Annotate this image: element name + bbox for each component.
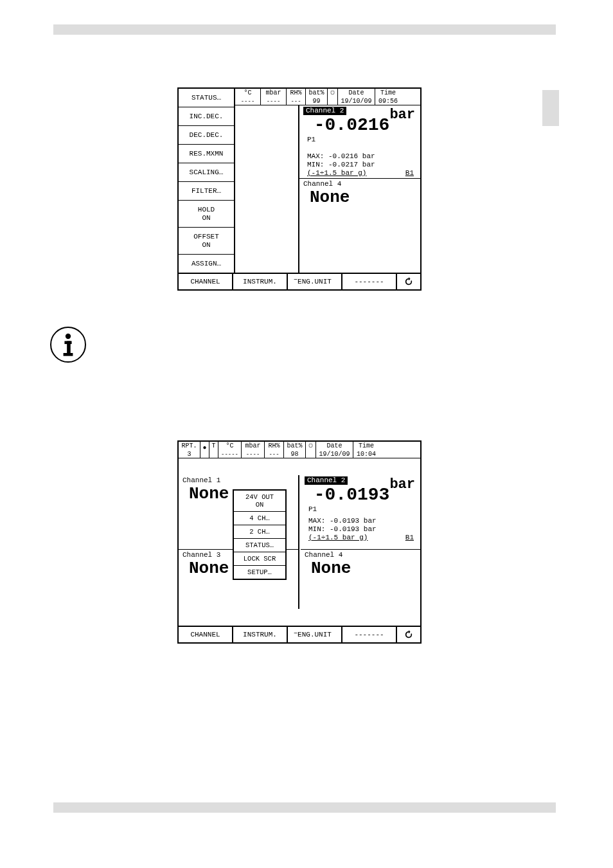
scaling-button[interactable]: SCALING…	[179, 163, 234, 182]
channel-2-label-2: Channel 2	[305, 476, 348, 485]
date-label: Date	[339, 89, 373, 97]
fig1-mid-col	[235, 105, 299, 273]
popup-24v-out[interactable]: 24V OUT ON	[234, 491, 285, 512]
assign-button[interactable]: ASSIGN…	[179, 255, 234, 273]
channel-2-unit: bar	[389, 107, 415, 123]
disk-icon: ▢	[329, 89, 336, 96]
figure-2-caption: –	[231, 629, 360, 637]
instrum-popup: 24V OUT ON 4 CH… 2 CH… STATUS… LOCK SCR …	[233, 489, 287, 580]
p1-label: P1	[307, 136, 418, 144]
svg-rect-2	[67, 341, 71, 354]
ch2-range: (-1÷1.5 bar g)	[307, 169, 366, 177]
rh-val: ---	[288, 98, 304, 105]
dec-dec-button[interactable]: DEC.DEC.	[179, 126, 234, 145]
fig1-left-buttons: STATUS… INC.DEC. DEC.DEC. RES.MXMN SCALI…	[179, 89, 235, 273]
bat-label-2: bat%	[285, 442, 304, 450]
rpt-n: 3	[180, 451, 199, 458]
mbar-label: mbar	[262, 89, 285, 97]
channel-4-label-2: Channel 4	[305, 551, 418, 559]
status-button[interactable]: STATUS…	[179, 89, 234, 107]
ch2-max-2: MAX: -0.0193 bar	[305, 517, 418, 525]
fig2-status-bar: RPT.3 ● T °C----- mbar---- RH%--- bat%98…	[179, 442, 420, 458]
p1-label-2: P1	[308, 505, 418, 514]
date-val: 19/10/09	[339, 98, 373, 105]
bat-val-2: 98	[285, 451, 304, 458]
offset-on-button[interactable]: OFFSET ON	[179, 228, 234, 255]
footer-channel-2[interactable]: CHANNEL	[179, 627, 233, 642]
date-label-2: Date	[317, 442, 351, 450]
channel-4-block: Channel 4 None	[299, 178, 420, 209]
time-val-2: 10:04	[355, 451, 378, 458]
channel-1-label: Channel 1	[182, 476, 296, 485]
rpt-label: RPT.	[180, 442, 199, 450]
channel-4-block-2: Channel 4 None	[301, 550, 420, 609]
svg-point-0	[66, 334, 71, 339]
fig2-quadrants: Channel 1 None Channel 2 bar -0.0193 P1 …	[179, 458, 420, 626]
t-label: T	[211, 442, 217, 450]
channel-2-block: Channel 2 bar -0.0193 P1 MAX: -0.0193 ba…	[301, 475, 420, 550]
channel-2-unit-2: bar	[389, 476, 415, 493]
rh-label: RH%	[288, 89, 304, 97]
time-label-2: Time	[355, 442, 378, 450]
bat-label: bat%	[307, 89, 326, 97]
ch2-b1: B1	[405, 169, 414, 177]
rh-label-2: RH%	[266, 442, 282, 450]
ch2-min-2: MIN: -0.0193 bar	[305, 525, 418, 534]
time-label: Time	[377, 89, 400, 97]
filter-button[interactable]: FILTER…	[179, 182, 234, 201]
time-val: 09:56	[377, 98, 400, 105]
hold-on-button[interactable]: HOLD ON	[179, 201, 234, 228]
date-val-2: 19/10/09	[317, 451, 351, 458]
svg-rect-3	[64, 353, 73, 356]
channel-4-value: None	[303, 188, 418, 208]
header-bar	[53, 24, 556, 35]
tc-val: ----	[236, 98, 259, 105]
rec-dot-icon: ●	[203, 444, 207, 448]
popup-status[interactable]: STATUS…	[234, 539, 285, 552]
mbar-val-2: ----	[243, 451, 263, 458]
figure-1: STATUS… INC.DEC. DEC.DEC. RES.MXMN SCALI…	[177, 87, 422, 291]
res-mxmn-button[interactable]: RES.MXMN	[179, 145, 234, 163]
inc-dec-button[interactable]: INC.DEC.	[179, 107, 234, 126]
fig1-right-col: Channel 2 bar -0.0216 P1 MAX: -0.0216 ba…	[299, 105, 420, 273]
figure-2: RPT.3 ● T °C----- mbar---- RH%--- bat%98…	[177, 440, 422, 644]
bat-val: 99	[307, 98, 326, 105]
channel-4-value-2: None	[305, 559, 418, 579]
refresh-icon[interactable]	[397, 274, 420, 289]
ch2-range-2: (-1÷1.5 bar g)	[308, 534, 368, 542]
tc-label-2: °C	[220, 442, 240, 450]
footer-bar	[53, 802, 556, 813]
fig1-status-bar: °C---- mbar---- RH%--- bat%99 ▢ Date19/1…	[235, 89, 420, 105]
rh-val-2: ---	[266, 451, 282, 458]
tc-val-2: -----	[220, 451, 240, 458]
mbar-label-2: mbar	[243, 442, 263, 450]
popup-4ch[interactable]: 4 CH…	[234, 512, 285, 525]
popup-setup[interactable]: SETUP…	[234, 566, 285, 579]
info-icon	[50, 327, 86, 363]
channel-2-label: Channel 2	[303, 107, 346, 115]
ch2-min: MIN: -0.0217 bar	[303, 161, 418, 169]
footer-channel[interactable]: CHANNEL	[179, 274, 233, 289]
side-tab	[542, 90, 559, 126]
ch2-max: MAX: -0.0216 bar	[303, 152, 418, 161]
ch2-b1-2: B1	[405, 534, 414, 542]
popup-lock-scr[interactable]: LOCK SCR	[234, 552, 285, 566]
mbar-val: ----	[262, 98, 285, 105]
disk-icon-2: ▢	[307, 442, 314, 449]
refresh-icon-2[interactable]	[397, 627, 420, 642]
tc-label: °C	[236, 89, 259, 97]
popup-2ch[interactable]: 2 CH…	[234, 525, 285, 539]
figure-1-caption: –	[231, 275, 360, 283]
